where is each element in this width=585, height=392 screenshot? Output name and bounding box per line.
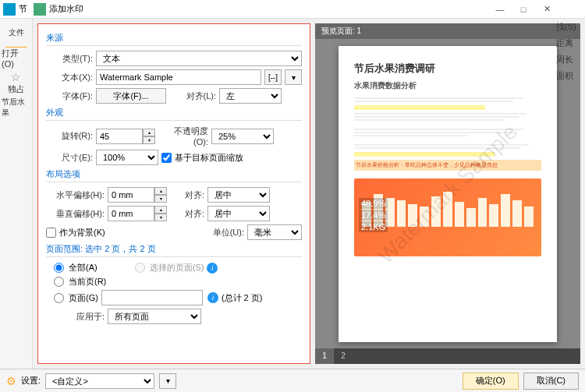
opacity-select[interactable]: 25% — [211, 129, 274, 144]
unit-label: 单位(U): — [197, 227, 244, 238]
text-align-label: 对齐(L): — [169, 90, 216, 102]
pages-input[interactable] — [101, 290, 203, 305]
all-pages-radio[interactable] — [54, 263, 64, 273]
maximize-button[interactable]: □ — [512, 1, 535, 18]
appearance-section: 外观 — [46, 107, 302, 121]
app-icon — [3, 3, 16, 16]
halign-select[interactable]: 居中 — [207, 187, 270, 203]
hoffset-label: 水平偏移(H): — [46, 189, 105, 201]
apply-label: 应用于: — [46, 311, 105, 323]
rotate-label: 旋转(R): — [46, 130, 93, 142]
doc-tab[interactable]: 节后水果 — [2, 97, 30, 118]
window-title: 添加水印 — [49, 3, 488, 15]
doc-subtitle: 水果消费数据分析 — [354, 80, 541, 91]
valign-label: 对齐: — [173, 208, 204, 220]
apply-select[interactable]: 所有页面 — [108, 309, 201, 324]
ok-button[interactable]: 确定(O) — [463, 373, 519, 390]
open-button[interactable]: 打开(O) — [2, 47, 30, 69]
gear-icon[interactable]: ⚙ — [6, 375, 16, 387]
scale-label: 基于目标页面缩放 — [175, 152, 243, 164]
text-dropdown-button[interactable]: ▾ — [285, 69, 302, 85]
info-icon[interactable]: i — [207, 263, 218, 274]
current-page-label: 当前页(R) — [69, 276, 106, 288]
page-tab-1[interactable]: 1 — [315, 348, 334, 364]
insert-macro-button[interactable]: [--] — [264, 69, 282, 85]
perimeter-tool[interactable]: 周长 — [554, 51, 585, 68]
pages-radio-label: 页面(G) — [69, 292, 98, 304]
outer-tab-title: 节 — [19, 3, 27, 15]
preview-title: 预览页面: 1 — [315, 23, 580, 39]
close-button[interactable]: ✕ — [535, 1, 558, 18]
selected-pages-label: 选择的页面(S) — [150, 262, 204, 274]
cancel-button[interactable]: 取消(C) — [523, 373, 579, 390]
all-pages-label: 全部(A) — [69, 262, 98, 274]
source-section: 来源 — [46, 32, 302, 46]
star-icon: ☆ — [11, 71, 21, 83]
unit-select[interactable]: 毫米 — [247, 224, 302, 240]
selected-pages-radio[interactable] — [135, 263, 145, 273]
size-select[interactable]: 100% — [96, 150, 158, 165]
font-label: 字体(F): — [46, 90, 93, 102]
pagerange-section: 页面范围: 选中 2 页，共 2 页 — [46, 243, 302, 257]
dialog-icon — [34, 3, 46, 16]
doc-title: 节后水果消费调研 — [354, 62, 541, 76]
halign-label: 对齐: — [173, 189, 204, 201]
background-checkbox[interactable] — [46, 228, 56, 238]
scale-checkbox[interactable] — [161, 153, 172, 163]
background-label: 作为背景(K) — [59, 227, 105, 238]
chart-box: 48.9% 17.4% 2.1KG — [354, 178, 541, 256]
text-align-select[interactable]: 左 — [219, 88, 282, 104]
voffset-label: 垂直偏移(H): — [46, 208, 105, 220]
type-label: 类型(T): — [46, 53, 93, 65]
settings-select[interactable]: <自定义> — [45, 373, 154, 389]
config-panel: 来源 类型(T): 文本 文本(X): [--] ▾ 字体(F): 字体(F).… — [37, 23, 310, 364]
preview-panel: 预览页面: 1 节后水果消费调研 水果消费数据分析 节后水果价格分析：常吃品种总… — [315, 23, 580, 364]
page-tab-2[interactable]: 2 — [334, 348, 353, 364]
preview-page: 节后水果消费调研 水果消费数据分析 节后水果价格分析：常吃品种总体不变，少见品种… — [339, 46, 557, 342]
distance-tool[interactable]: 距离 — [554, 35, 585, 51]
hoffset-spinner[interactable]: ▴▾ — [108, 187, 170, 203]
rotate-spinner[interactable]: ▴▾ — [96, 129, 158, 144]
font-button[interactable]: 字体(F)... — [96, 88, 166, 104]
pages-radio[interactable] — [54, 293, 64, 303]
total-pages-label: (总计 2 页) — [222, 292, 263, 304]
file-menu[interactable]: 文件 — [2, 22, 30, 44]
valign-select[interactable]: 居中 — [207, 206, 270, 221]
current-page-radio[interactable] — [54, 277, 64, 287]
type-select[interactable]: 文本 — [96, 51, 302, 66]
text-input[interactable] — [96, 69, 261, 85]
opacity-label: 不透明度(O): — [161, 125, 208, 147]
layout-section: 布局选项 — [46, 168, 302, 182]
settings-menu-button[interactable]: ▾ — [159, 373, 176, 389]
voffset-spinner[interactable]: ▴▾ — [108, 206, 170, 221]
minimize-button[interactable]: — — [488, 1, 512, 18]
size-label: 尺寸(E): — [46, 152, 93, 164]
banner-text: 节后水果价格分析：常吃品种总体不变，少见品种略显负担 — [354, 160, 541, 171]
find-tool[interactable]: 找(S) — [554, 19, 585, 35]
area-tool[interactable]: 面积 — [554, 68, 585, 84]
info-icon-2[interactable]: i — [207, 292, 218, 303]
text-label: 文本(X): — [46, 72, 93, 83]
exclusive-button[interactable]: ☆独占 — [2, 72, 30, 94]
settings-label: 设置: — [21, 375, 41, 387]
